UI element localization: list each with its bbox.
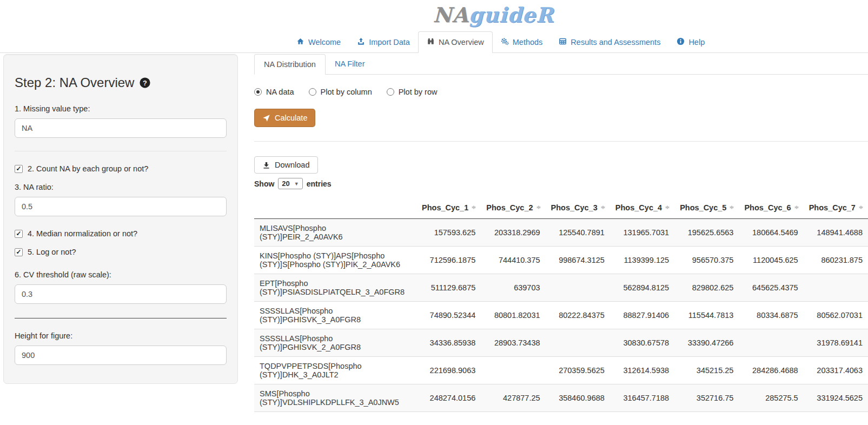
value-cell: 34336.85938 bbox=[416, 329, 481, 357]
value-cell: 562894.8125 bbox=[610, 274, 674, 302]
missing-value-type-label: 1. Missing value type: bbox=[15, 104, 227, 113]
column-header-phos_cyc_4[interactable]: Phos_Cyc_4 bbox=[610, 197, 674, 219]
cogs-icon bbox=[501, 37, 509, 47]
app-logo-part2: guideR bbox=[469, 3, 554, 27]
log-or-not-checkbox-row[interactable]: 5. Log or not? bbox=[15, 248, 227, 256]
entries-count-value: 20 bbox=[282, 180, 289, 188]
table-row[interactable]: TQDPVPPETPSDS[Phospho (STY)]DHK_3_A0JLT2… bbox=[254, 357, 868, 384]
sort-arrows-icon bbox=[859, 203, 864, 211]
radio-button-icon[interactable] bbox=[254, 88, 262, 96]
sort-arrows-icon bbox=[665, 203, 670, 211]
download-button[interactable]: Download bbox=[254, 156, 318, 174]
value-cell: 195625.6563 bbox=[674, 219, 739, 247]
radio-plot-by-column[interactable]: Plot by column bbox=[309, 88, 372, 96]
nav-tab-methods[interactable]: Methods bbox=[493, 31, 551, 53]
value-cell: 125540.7891 bbox=[546, 219, 610, 247]
question-circle-icon[interactable]: ? bbox=[139, 77, 151, 89]
value-cell: 115544.7813 bbox=[674, 302, 739, 329]
value-cell: 88827.91406 bbox=[610, 302, 674, 329]
radio-label: Plot by column bbox=[321, 88, 372, 96]
value-cell: 270359.5625 bbox=[546, 357, 610, 384]
sidebar: Step 2: NA Overview ? 1. Missing value t… bbox=[3, 54, 238, 384]
table-row[interactable]: SSSSLLAS[Phospho (STY)]PGHISVK_2_A0FGR83… bbox=[254, 329, 868, 357]
table-row[interactable]: SMS[Phospho (STY)]VDLSHIPLKDPLLFK_3_A0JN… bbox=[254, 384, 868, 412]
value-cell: 248274.0156 bbox=[416, 384, 481, 412]
info-circle-icon bbox=[677, 37, 685, 47]
sort-arrows-icon bbox=[794, 203, 799, 211]
value-cell: 203317.4063 bbox=[804, 357, 868, 384]
subtab-na-filter[interactable]: NA Filter bbox=[326, 54, 374, 75]
value-cell: 998674.3125 bbox=[546, 247, 610, 274]
nav-tab-help[interactable]: Help bbox=[668, 31, 713, 53]
value-cell: 331924.5625 bbox=[804, 384, 868, 412]
count-na-group-checkbox[interactable] bbox=[15, 165, 23, 173]
nav-tab-na-overview[interactable]: NA Overview bbox=[418, 31, 493, 53]
nav-tab-label: Help bbox=[688, 38, 705, 47]
median-normalization-label: 4. Median normalization or not? bbox=[28, 229, 137, 238]
radio-label: NA data bbox=[266, 88, 294, 96]
nav-tab-results[interactable]: Results and Assessments bbox=[551, 31, 668, 53]
column-header-phos_cyc_1[interactable]: Phos_Cyc_1 bbox=[416, 197, 481, 219]
value-cell: 427877.25 bbox=[481, 384, 545, 412]
home-icon bbox=[296, 37, 304, 47]
column-header-phos_cyc_7[interactable]: Phos_Cyc_7 bbox=[804, 197, 868, 219]
radio-button-icon[interactable] bbox=[387, 88, 394, 96]
rowname-column-header bbox=[254, 197, 416, 219]
median-normalization-checkbox[interactable] bbox=[15, 230, 23, 238]
main-panel: NA DistributionNA Filter NA dataPlot by … bbox=[238, 54, 868, 412]
log-or-not-checkbox[interactable] bbox=[15, 248, 23, 256]
column-header-phos_cyc_2[interactable]: Phos_Cyc_2 bbox=[481, 197, 545, 219]
count-na-group-label: 2. Count NA by each group or not? bbox=[28, 164, 148, 173]
column-header-label: Phos_Cyc_4 bbox=[615, 203, 662, 212]
entries-count-select[interactable]: 20 ▼ bbox=[278, 178, 302, 189]
missing-value-type-select[interactable] bbox=[15, 118, 227, 138]
table-row[interactable]: SSSSLLAS[Phospho (STY)]PGHISVK_3_A0FGR87… bbox=[254, 302, 868, 329]
svg-text:?: ? bbox=[143, 79, 148, 87]
value-cell: 285275.5 bbox=[739, 384, 803, 412]
value-cell: 345215.25 bbox=[674, 357, 739, 384]
cv-threshold-input[interactable] bbox=[15, 284, 227, 304]
nav-tab-welcome[interactable]: Welcome bbox=[288, 31, 349, 53]
column-header-label: Phos_Cyc_1 bbox=[422, 203, 468, 212]
radio-plot-by-row[interactable]: Plot by row bbox=[387, 88, 438, 96]
value-cell: 131965.7031 bbox=[610, 219, 674, 247]
subtab-na-distribution[interactable]: NA Distribution bbox=[254, 54, 326, 75]
figure-height-input[interactable] bbox=[15, 346, 227, 365]
radio-na-data[interactable]: NA data bbox=[254, 88, 294, 96]
value-cell bbox=[739, 329, 803, 357]
column-header-phos_cyc_3[interactable]: Phos_Cyc_3 bbox=[546, 197, 610, 219]
value-cell: 312614.5938 bbox=[610, 357, 674, 384]
row-name-cell: SSSSLLAS[Phospho (STY)]PGHISVK_3_A0FGR8 bbox=[254, 302, 416, 329]
show-entries-prefix: Show bbox=[254, 180, 274, 188]
table-row[interactable]: KINS[Phospho (STY)]APS[Phospho (STY)]S[P… bbox=[254, 247, 868, 274]
value-cell: 30830.67578 bbox=[610, 329, 674, 357]
sidebar-divider-2 bbox=[15, 318, 227, 318]
radio-label: Plot by row bbox=[399, 88, 438, 96]
caret-down-icon: ▼ bbox=[294, 181, 299, 187]
value-cell bbox=[481, 357, 545, 384]
count-na-group-checkbox-row[interactable]: 2. Count NA by each group or not? bbox=[15, 164, 227, 173]
value-cell: 80801.82031 bbox=[481, 302, 545, 329]
column-header-label: Phos_Cyc_3 bbox=[551, 203, 598, 212]
table-row[interactable]: MLISAVS[Phospho (STY)]PEIR_2_A0AVK615759… bbox=[254, 219, 868, 247]
median-normalization-checkbox-row[interactable]: 4. Median normalization or not? bbox=[15, 229, 227, 238]
download-button-label: Download bbox=[275, 161, 310, 169]
na-ratio-input[interactable] bbox=[15, 197, 227, 216]
column-header-phos_cyc_6[interactable]: Phos_Cyc_6 bbox=[739, 197, 803, 219]
log-or-not-label: 5. Log or not? bbox=[28, 248, 76, 256]
nav-tab-import-data[interactable]: Import Data bbox=[349, 31, 418, 53]
cv-threshold-label: 6. CV threshold (raw scale): bbox=[15, 270, 227, 279]
figure-height-label: Height for figure: bbox=[15, 331, 227, 340]
nav-tab-label: Methods bbox=[513, 38, 543, 47]
column-header-label: Phos_Cyc_2 bbox=[486, 203, 533, 212]
app-logo-part1: NA bbox=[433, 3, 468, 27]
table-row[interactable]: EPT[Phospho (STY)]PSIASDISLPIATQELR_3_A0… bbox=[254, 274, 868, 302]
value-cell: 511129.6875 bbox=[416, 274, 481, 302]
radio-button-icon[interactable] bbox=[309, 88, 316, 96]
value-cell: 860231.875 bbox=[804, 247, 868, 274]
value-cell: 639703 bbox=[481, 274, 545, 302]
value-cell: 74890.52344 bbox=[416, 302, 481, 329]
download-icon bbox=[262, 161, 270, 169]
calculate-button[interactable]: Calculate bbox=[254, 109, 315, 127]
column-header-phos_cyc_5[interactable]: Phos_Cyc_5 bbox=[674, 197, 739, 219]
